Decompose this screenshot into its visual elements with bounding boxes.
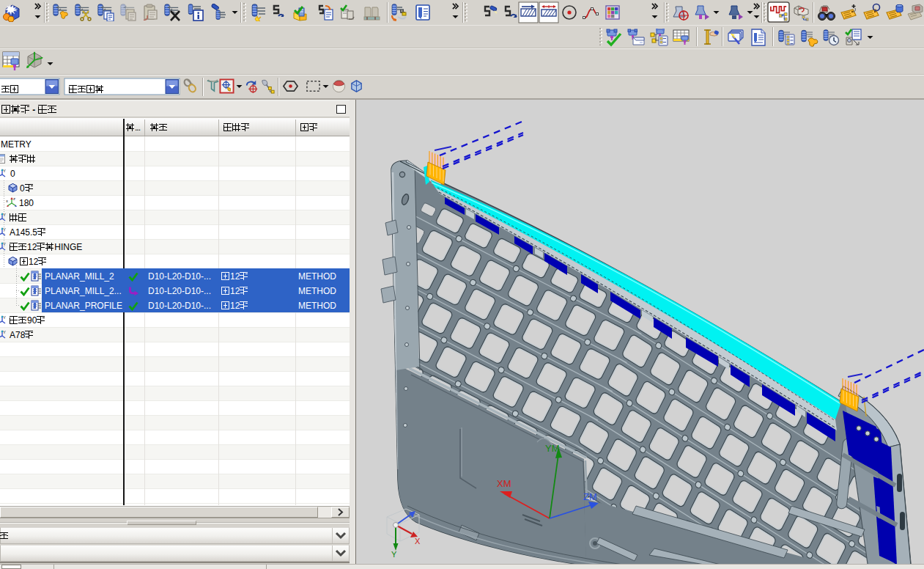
svg-text:ZM: ZM [583, 491, 597, 502]
svg-text:YM: YM [545, 443, 560, 454]
svg-text:x: x [6, 199, 8, 203]
svg-text:XM: XM [497, 478, 511, 489]
svg-text:Y: Y [3, 330, 6, 334]
svg-text:Y: Y [3, 315, 6, 320]
svg-text:Y: Y [391, 550, 397, 559]
svg-text:Y: Y [3, 169, 6, 173]
svg-text:z: z [13, 197, 15, 201]
svg-text:X: X [415, 537, 421, 546]
